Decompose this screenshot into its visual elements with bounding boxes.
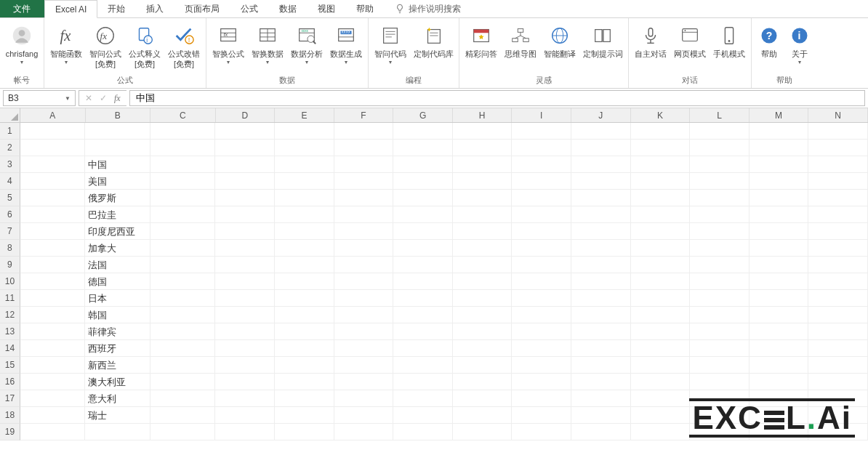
cell[interactable]: [808, 140, 868, 156]
cell[interactable]: [571, 206, 631, 223]
cell[interactable]: [453, 357, 513, 374]
cell[interactable]: [334, 140, 394, 156]
cell[interactable]: [334, 240, 394, 257]
cell[interactable]: [275, 223, 334, 240]
cell[interactable]: [393, 407, 453, 424]
cell[interactable]: [512, 357, 571, 374]
cell[interactable]: [453, 123, 513, 140]
cell[interactable]: [275, 156, 334, 173]
cell[interactable]: 加拿大: [85, 240, 150, 257]
cell[interactable]: [453, 240, 513, 257]
cell[interactable]: [750, 156, 809, 173]
cell[interactable]: [571, 190, 631, 206]
cell[interactable]: [631, 424, 691, 440]
cell[interactable]: [690, 223, 750, 240]
cell[interactable]: [453, 190, 513, 206]
cell[interactable]: [631, 190, 691, 206]
cell[interactable]: [631, 357, 691, 374]
cell[interactable]: [750, 240, 809, 257]
select-all-corner[interactable]: [0, 108, 20, 123]
tab-insert[interactable]: 插入: [136, 0, 174, 17]
cell[interactable]: [631, 123, 691, 140]
cell[interactable]: [150, 290, 216, 307]
cell[interactable]: [215, 123, 275, 140]
cell[interactable]: 巴拉圭: [85, 206, 150, 223]
column-header[interactable]: N: [808, 108, 868, 122]
row-header[interactable]: 3: [0, 156, 20, 173]
cell[interactable]: [808, 290, 868, 307]
cell[interactable]: [453, 206, 513, 223]
cell[interactable]: [275, 273, 334, 290]
cell[interactable]: [571, 357, 631, 374]
cell[interactable]: [808, 357, 868, 374]
fx-icon[interactable]: fx: [114, 93, 121, 104]
column-header[interactable]: C: [150, 108, 216, 122]
cell[interactable]: [20, 273, 86, 290]
cell[interactable]: [393, 390, 453, 407]
cell[interactable]: [85, 123, 150, 140]
cell[interactable]: [150, 340, 216, 357]
cell[interactable]: [808, 123, 868, 140]
column-header[interactable]: B: [86, 108, 151, 122]
swap-data-button[interactable]: 智换数据 ▾: [249, 23, 286, 67]
cell[interactable]: [20, 323, 86, 340]
cell[interactable]: 西班牙: [85, 340, 150, 357]
cell[interactable]: [150, 323, 216, 340]
cell[interactable]: [690, 156, 750, 173]
ask-code-button[interactable]: 智问代码 ▾: [371, 23, 409, 67]
cell[interactable]: [150, 390, 216, 407]
cell[interactable]: [571, 156, 631, 173]
qa-button[interactable]: 精彩问答: [462, 23, 500, 60]
cell[interactable]: 美国: [85, 173, 150, 190]
cell[interactable]: [453, 307, 513, 323]
row-header[interactable]: 16: [0, 374, 20, 390]
cell[interactable]: [393, 424, 453, 440]
cell[interactable]: [808, 374, 868, 390]
cell[interactable]: [20, 240, 86, 257]
cell[interactable]: [631, 307, 691, 323]
cell[interactable]: [631, 206, 691, 223]
cell[interactable]: [808, 206, 868, 223]
cell[interactable]: [215, 156, 275, 173]
cell[interactable]: [571, 323, 631, 340]
cell[interactable]: [631, 290, 691, 307]
cell[interactable]: [150, 223, 216, 240]
cell[interactable]: [453, 390, 513, 407]
cell[interactable]: [275, 323, 334, 340]
row-header[interactable]: 11: [0, 290, 20, 307]
cell[interactable]: [20, 190, 86, 206]
cell[interactable]: [453, 323, 513, 340]
code-library-button[interactable]: 定制代码库: [411, 23, 456, 60]
cell[interactable]: [750, 340, 809, 357]
cell[interactable]: [393, 357, 453, 374]
cell[interactable]: [20, 390, 86, 407]
cell[interactable]: [275, 390, 334, 407]
cell[interactable]: [150, 374, 216, 390]
confirm-icon[interactable]: ✓: [100, 93, 107, 103]
cell[interactable]: [808, 240, 868, 257]
cell[interactable]: [690, 240, 750, 257]
data-analysis-button[interactable]: xxxx 数据分析 ▾: [288, 23, 326, 67]
formula-input[interactable]: [129, 90, 865, 106]
column-header[interactable]: E: [275, 108, 334, 122]
cell[interactable]: [275, 357, 334, 374]
column-header[interactable]: A: [20, 108, 86, 122]
cell[interactable]: [571, 223, 631, 240]
cell[interactable]: [690, 290, 750, 307]
row-header[interactable]: 8: [0, 240, 20, 257]
cell[interactable]: [150, 273, 216, 290]
cell[interactable]: [20, 257, 86, 273]
cell[interactable]: [275, 307, 334, 323]
row-header[interactable]: 7: [0, 223, 20, 240]
cell[interactable]: [275, 190, 334, 206]
cell[interactable]: 俄罗斯: [85, 190, 150, 206]
cell[interactable]: [690, 206, 750, 223]
cell[interactable]: [275, 340, 334, 357]
cell[interactable]: [808, 257, 868, 273]
cell[interactable]: [750, 323, 809, 340]
cell[interactable]: [393, 340, 453, 357]
ask-formula-button[interactable]: fx 智问公式 [免费]: [87, 23, 124, 71]
cell[interactable]: [334, 357, 394, 374]
cell[interactable]: [334, 290, 394, 307]
cell[interactable]: [808, 307, 868, 323]
